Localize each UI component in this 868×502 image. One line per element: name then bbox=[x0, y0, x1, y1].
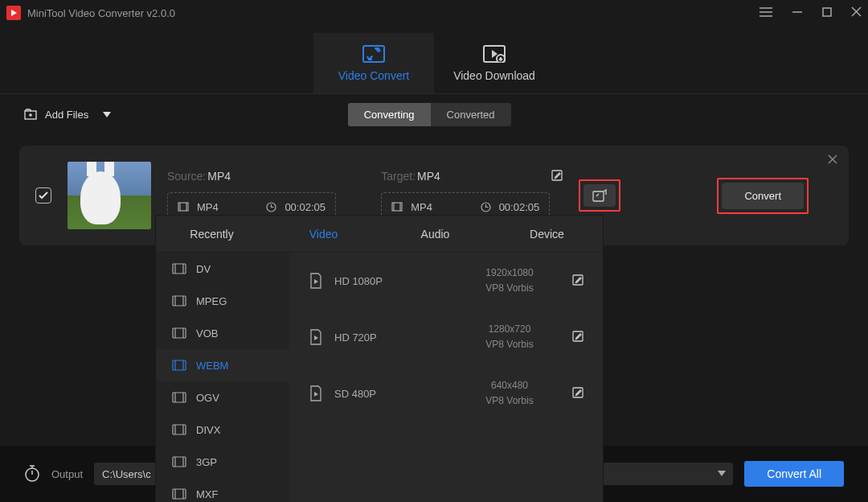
file-checkbox[interactable] bbox=[35, 187, 51, 204]
source-format-badge: MP4 bbox=[197, 201, 219, 213]
format-item-divx[interactable]: DIVX bbox=[156, 414, 289, 446]
svg-marker-62 bbox=[718, 471, 726, 476]
tab-converting[interactable]: Converting bbox=[348, 103, 431, 126]
close-icon[interactable] bbox=[851, 6, 862, 19]
format-item-webm[interactable]: WEBM bbox=[156, 349, 289, 381]
svg-marker-15 bbox=[103, 112, 111, 117]
format-item-3gp[interactable]: 3GP bbox=[156, 446, 289, 478]
tab-video-convert[interactable]: Video Convert bbox=[313, 33, 434, 93]
convert-highlight: Convert bbox=[717, 178, 809, 214]
format-item-mxf[interactable]: MXF bbox=[156, 478, 289, 502]
convert-all-button[interactable]: Convert All bbox=[744, 461, 844, 487]
svg-marker-56 bbox=[314, 392, 318, 397]
svg-rect-5 bbox=[823, 8, 831, 16]
popover-tab-device[interactable]: Device bbox=[491, 216, 603, 252]
svg-marker-0 bbox=[11, 10, 17, 16]
tab-video-convert-label: Video Convert bbox=[338, 69, 409, 82]
output-label: Output bbox=[51, 468, 83, 480]
popover-tab-recently[interactable]: Recently bbox=[156, 216, 268, 252]
svg-rect-31 bbox=[173, 296, 186, 306]
source-label: Source:MP4 bbox=[167, 170, 349, 183]
remove-file-icon[interactable] bbox=[828, 154, 837, 167]
svg-rect-34 bbox=[173, 328, 186, 338]
svg-marker-52 bbox=[314, 279, 318, 284]
format-item-mpeg[interactable]: MPEG bbox=[156, 285, 289, 317]
tab-video-download-label: Video Download bbox=[453, 69, 535, 82]
tab-converted[interactable]: Converted bbox=[431, 103, 511, 126]
svg-rect-27 bbox=[593, 191, 604, 201]
svg-rect-28 bbox=[173, 264, 186, 274]
preset-sd-480p[interactable]: SD 480P640x480VP8 Vorbis bbox=[289, 365, 603, 422]
preset-config-icon[interactable] bbox=[572, 274, 583, 288]
format-popover: Recently Video Audio Device DVMPEGVOBWEB… bbox=[156, 216, 603, 502]
file-thumbnail bbox=[68, 162, 151, 229]
output-path-dropdown-icon[interactable] bbox=[710, 463, 733, 485]
target-edit-icon[interactable] bbox=[551, 170, 563, 183]
preset-list: HD 1080P1920x1080VP8 VorbisHD 720P1280x7… bbox=[289, 253, 603, 502]
target-duration: 00:02:05 bbox=[499, 201, 540, 213]
preset-config-icon[interactable] bbox=[572, 387, 583, 401]
svg-marker-54 bbox=[314, 335, 318, 340]
maximize-icon[interactable] bbox=[822, 6, 832, 19]
preset-hd-1080p[interactable]: HD 1080P1920x1080VP8 Vorbis bbox=[289, 253, 603, 309]
add-files-label: Add Files bbox=[45, 109, 88, 121]
svg-rect-43 bbox=[173, 425, 186, 434]
svg-rect-37 bbox=[173, 360, 186, 370]
svg-rect-49 bbox=[173, 489, 186, 499]
preset-hd-720p[interactable]: HD 720P1280x720VP8 Vorbis bbox=[289, 309, 603, 365]
add-files-dropdown-icon[interactable] bbox=[103, 109, 111, 121]
format-item-dv[interactable]: DV bbox=[156, 253, 289, 285]
target-label: Target:MP4 bbox=[381, 170, 563, 183]
format-item-ogv[interactable]: OGV bbox=[156, 381, 289, 414]
edit-video-button[interactable] bbox=[583, 184, 616, 207]
app-logo bbox=[6, 6, 21, 20]
svg-rect-40 bbox=[173, 393, 186, 402]
add-files-button[interactable]: Add Files bbox=[24, 109, 88, 121]
popover-tab-video[interactable]: Video bbox=[268, 216, 379, 252]
status-toggle: Converting Converted bbox=[348, 103, 511, 126]
minimize-icon[interactable] bbox=[792, 6, 803, 20]
format-list: DVMPEGVOBWEBMOGVDIVX3GPMXF bbox=[156, 253, 289, 502]
svg-rect-8 bbox=[363, 46, 384, 62]
app-title: MiniTool Video Converter v2.0.0 bbox=[27, 7, 760, 19]
popover-tab-audio[interactable]: Audio bbox=[379, 216, 491, 252]
source-duration: 00:02:05 bbox=[285, 201, 326, 213]
convert-button[interactable]: Convert bbox=[722, 183, 804, 209]
svg-rect-46 bbox=[173, 457, 186, 467]
tab-video-download[interactable]: Video Download bbox=[434, 33, 555, 93]
target-format-badge: MP4 bbox=[411, 201, 432, 213]
menu-icon[interactable] bbox=[760, 6, 772, 19]
preset-config-icon[interactable] bbox=[572, 331, 583, 344]
edit-highlight bbox=[579, 179, 620, 212]
format-item-vob[interactable]: VOB bbox=[156, 317, 289, 349]
stopwatch-icon[interactable] bbox=[24, 464, 40, 484]
